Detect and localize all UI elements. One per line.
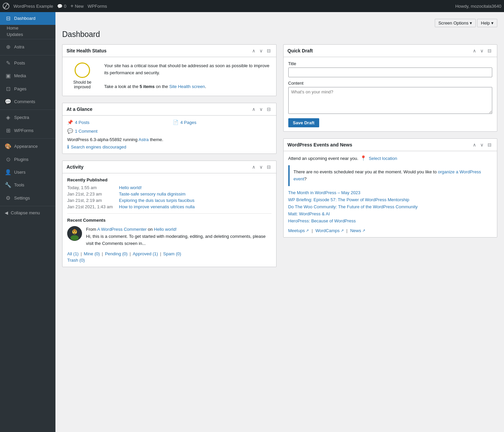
comment-filter-pending[interactable]: Pending (0) (105, 251, 127, 256)
sidebar-item-astra[interactable]: ⊕ Astra (0, 41, 55, 53)
wp-logo[interactable] (3, 3, 9, 9)
draft-content-textarea[interactable] (288, 87, 493, 114)
news-item: The Month in WordPress – May 2023 (288, 190, 493, 195)
site-health-header: Site Health Status ∧ ∨ ⊟ (62, 45, 276, 57)
quick-draft-collapse-up[interactable]: ∧ (471, 47, 477, 54)
quick-draft-collapse-down[interactable]: ∨ (479, 47, 485, 54)
news-link[interactable]: The Month in WordPress – May 2023 (288, 190, 361, 195)
site-health-collapse-up[interactable]: ∧ (251, 47, 257, 54)
site-name[interactable]: WordPress Example (13, 4, 53, 9)
activity-collapse-up[interactable]: ∧ (251, 164, 257, 170)
site-health-widget: Site Health Status ∧ ∨ ⊟ Should be impro… (62, 44, 277, 96)
sidebar-item-posts[interactable]: ✎ Posts (0, 57, 55, 70)
help-button[interactable]: Help ▾ (477, 19, 497, 27)
screen-options-button[interactable]: Screen Options ▾ (435, 19, 476, 27)
svg-point-2 (71, 235, 79, 241)
sidebar-item-home[interactable]: Home (0, 25, 55, 31)
news-link[interactable]: Matt: WordPress & AI (288, 211, 330, 216)
at-a-glance-toggle[interactable]: ⊟ (265, 106, 272, 113)
location-icon: 📍 (360, 155, 367, 161)
glance-wp-info: WordPress 6.3-alpha-55892 running Astra … (67, 137, 271, 142)
activity-post-link[interactable]: Taste-safe sensory nulla dignissim (119, 191, 185, 197)
plugins-icon: ⊙ (5, 156, 11, 163)
quick-draft-toggle[interactable]: ⊟ (486, 47, 493, 54)
site-health-body: Should be improved Your site has a criti… (62, 57, 276, 96)
news-footer-link[interactable]: News ↗ (350, 228, 365, 233)
sidebar-item-updates[interactable]: Updates (0, 31, 55, 38)
comment-filter-mine[interactable]: Mine (0) (84, 251, 100, 256)
save-draft-button[interactable]: Save Draft (288, 118, 319, 127)
select-location-link[interactable]: Select location (369, 156, 397, 161)
sidebar-item-plugins[interactable]: ⊙ Plugins (0, 153, 55, 166)
news-link[interactable]: WP Briefing: Episode 57: The Power of Wo… (288, 197, 410, 202)
theme-link[interactable]: Astra (138, 137, 149, 142)
glance-stats: 📌 4 Posts 📄 4 Pages (67, 120, 271, 125)
recent-comments-label: Recent Comments (67, 218, 271, 223)
wp-events-collapse-up[interactable]: ∧ (471, 141, 477, 148)
sidebar-item-pages[interactable]: ⊡ Pages (0, 83, 55, 95)
sidebar: ⊟ Dashboard Home Updates ⊕ Astra ✎ Posts… (0, 12, 55, 432)
site-health-collapse-down[interactable]: ∨ (258, 47, 264, 54)
news-item: Do The Woo Community: The Future of the … (288, 204, 493, 209)
main-content: Screen Options ▾ Help ▾ Dashboard Site H… (55, 12, 504, 432)
news-link[interactable]: HeroPress: Because of WordPress (288, 218, 356, 223)
comment-post-link[interactable]: Hello world! (154, 227, 177, 232)
sidebar-item-wpforms[interactable]: ⊞ WPForms (0, 124, 55, 137)
site-health-controls: ∧ ∨ ⊟ (251, 47, 272, 54)
spectra-icon: ◈ (5, 114, 11, 121)
meetups-link[interactable]: Meetups ↗ (288, 228, 309, 233)
sidebar-item-appearance[interactable]: 🎨 Appearance (0, 140, 55, 153)
sidebar-item-dashboard[interactable]: ⊟ Dashboard (0, 12, 55, 25)
draft-title-input[interactable] (288, 68, 493, 77)
comment-author-link[interactable]: A WordPress Commenter (97, 227, 146, 232)
comment-filter-all[interactable]: All (1) (67, 251, 79, 256)
sidebar-item-users[interactable]: 👤 Users (0, 166, 55, 179)
wp-events-title: WordPress Events and News (288, 142, 352, 147)
health-description: Your site has a critical issue that shou… (104, 62, 271, 90)
sidebar-item-media[interactable]: ▣ Media (0, 70, 55, 82)
search-discouraged-link[interactable]: Search engines discouraged (71, 144, 126, 149)
wp-events-collapse-down[interactable]: ∨ (479, 141, 485, 148)
pushpin-icon: 📌 (67, 120, 73, 125)
wp-events-widget: WordPress Events and News ∧ ∨ ⊟ Attend a… (283, 138, 498, 237)
at-a-glance-collapse-up[interactable]: ∧ (251, 106, 257, 113)
external-link-icon: ↗ (306, 228, 309, 233)
wordcamps-link[interactable]: WordCamps ↗ (316, 228, 344, 233)
site-health-link[interactable]: Site Health screen (169, 84, 205, 89)
comment-filter-spam[interactable]: Spam (0) (163, 251, 181, 256)
comment-filter-bar: All (1) | Mine (0) | Pending (0) | Appro… (67, 251, 271, 256)
sidebar-item-comments[interactable]: 💬 Comments (0, 95, 55, 108)
sidebar-item-spectra[interactable]: ◈ Spectra (0, 111, 55, 124)
glance-posts-link[interactable]: 4 Posts (75, 120, 89, 125)
collapse-menu-button[interactable]: ◀ Collapse menu (0, 208, 55, 218)
news-link[interactable]: Do The Woo Community: The Future of the … (288, 204, 418, 209)
site-health-title: Site Health Status (67, 48, 107, 53)
wpforms-adminbar-link[interactable]: WPForms (88, 4, 107, 9)
activity-collapse-down[interactable]: ∨ (258, 164, 264, 170)
activity-toggle[interactable]: ⊟ (265, 164, 272, 170)
appearance-icon: 🎨 (5, 143, 11, 150)
activity-item: Today, 1:55 am Hello world! (67, 185, 271, 190)
at-a-glance-header: At a Glance ∧ ∨ ⊟ (62, 103, 276, 116)
comments-icon: 💬 (5, 98, 11, 105)
activity-post-link[interactable]: How to improve venenatis ultrices nulla (119, 204, 195, 209)
glance-pages-link[interactable]: 4 Pages (180, 120, 197, 125)
at-a-glance-widget: At a Glance ∧ ∨ ⊟ 📌 4 Posts (62, 103, 277, 154)
new-content-button[interactable]: + New (70, 3, 83, 9)
site-health-toggle[interactable]: ⊟ (265, 47, 272, 54)
quick-draft-widget: Quick Draft ∧ ∨ ⊟ Title Content Save Dra… (283, 44, 498, 132)
wp-events-toggle[interactable]: ⊟ (486, 141, 493, 148)
at-a-glance-collapse-down[interactable]: ∨ (258, 106, 264, 113)
pages-icon: ⊡ (5, 85, 11, 93)
news-item: HeroPress: Because of WordPress (288, 218, 493, 223)
comment-filter-approved[interactable]: Approved (1) (133, 251, 158, 256)
glance-comments-link[interactable]: 1 Comment (75, 129, 97, 134)
comments-count[interactable]: 💬 0 (57, 4, 66, 9)
activity-post-link[interactable]: Exploring the duis lacus turpis faucibus (119, 198, 195, 203)
wp-events-body: Attend an upcoming event near you. 📍 Sel… (284, 151, 497, 237)
sidebar-item-tools[interactable]: 🔧 Tools (0, 179, 55, 191)
comment-filter-trash[interactable]: Trash (0) (67, 258, 85, 263)
sidebar-item-settings[interactable]: ⚙ Settings (0, 192, 55, 205)
activity-post-link[interactable]: Hello world! (119, 185, 142, 190)
page-icon: 📄 (173, 120, 178, 125)
